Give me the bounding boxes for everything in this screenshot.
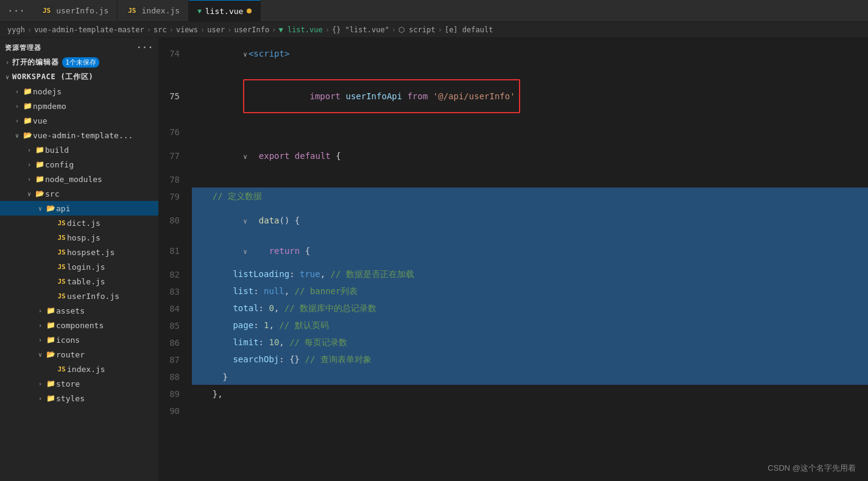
arrow-icon: ∨ xyxy=(2,74,12,80)
item-label: npmdemo xyxy=(33,102,66,111)
item-label: api xyxy=(56,204,70,213)
folder-icon: 📁 xyxy=(45,379,56,388)
arrow-icon: › xyxy=(12,103,22,110)
js-icon: JS xyxy=(126,6,138,15)
arrow-icon: › xyxy=(2,59,12,66)
main-area: 资源管理器 ··· › 打开的编辑器 1个未保存 ∨ WORKSPACE (工作… xyxy=(0,38,868,481)
sidebar-item-hosp-js[interactable]: JS hosp.js xyxy=(0,230,158,245)
sidebar-header: 资源管理器 ··· xyxy=(0,40,158,55)
sidebar-item-login-js[interactable]: JS login.js xyxy=(0,259,158,274)
sidebar-item-dict-js[interactable]: JS dict.js xyxy=(0,216,158,230)
sidebar-item-userinfo-js[interactable]: JS userInfo.js xyxy=(0,289,158,303)
sidebar-item-api[interactable]: ∨ 📂 api xyxy=(0,201,158,216)
sidebar-item-build[interactable]: › 📁 build xyxy=(0,142,158,157)
item-label: vue xyxy=(33,116,47,125)
folder-icon: 📂 xyxy=(34,189,45,198)
sidebar-item-table-js[interactable]: JS table.js xyxy=(0,274,158,289)
code-line-90: 90 xyxy=(158,402,868,419)
tab-label: userInfo.js xyxy=(56,6,108,15)
tab-list-vue[interactable]: ▼ list.vue xyxy=(189,0,261,22)
item-label: components xyxy=(56,321,104,330)
tab-userinfo-js[interactable]: JS userInfo.js xyxy=(32,0,118,22)
sidebar-item-nodejs[interactable]: › 📁 nodejs xyxy=(0,84,158,99)
sidebar-item-vue[interactable]: › 📁 vue xyxy=(0,113,158,128)
arrow-icon: › xyxy=(35,322,45,329)
arrow-icon: › xyxy=(12,118,22,124)
js-file-icon: JS xyxy=(56,248,67,256)
arrow-icon: › xyxy=(35,395,45,402)
tab-index-js[interactable]: JS index.js xyxy=(118,0,189,22)
code-line-79: 79 // 定义数据 xyxy=(158,188,868,205)
sidebar-item-styles[interactable]: › 📁 styles xyxy=(0,391,158,406)
item-label: vue-admin-template... xyxy=(33,131,133,140)
code-line-77: 77 ∨ export default { xyxy=(158,140,868,170)
code-line-89: 89 }, xyxy=(158,385,868,402)
sidebar-item-icons[interactable]: › 📁 icons xyxy=(0,332,158,347)
js-file-icon: JS xyxy=(56,365,67,373)
js-file-icon: JS xyxy=(56,219,67,227)
item-label: config xyxy=(45,160,74,169)
code-line-87: 87 searchObj: {} // 查询表单对象 xyxy=(158,351,868,368)
sidebar-item-npmdemo[interactable]: › 📁 npmdemo xyxy=(0,99,158,113)
folder-icon: 📁 xyxy=(34,146,45,154)
fold-arrow-icon: ∨ xyxy=(243,248,247,256)
js-file-icon: JS xyxy=(56,263,67,271)
item-label: store xyxy=(56,379,80,388)
workspace-section[interactable]: ∨ WORKSPACE (工作区) xyxy=(0,69,158,84)
arrow-icon: › xyxy=(35,337,45,343)
arrow-icon: › xyxy=(35,381,45,387)
code-editor[interactable]: 74 ∨<script> 75 import userInfoApi from … xyxy=(158,38,868,481)
item-label: login.js xyxy=(67,262,105,272)
code-line-78: 78 xyxy=(158,170,868,188)
arrow-icon: › xyxy=(12,88,22,95)
item-label: build xyxy=(45,146,69,155)
folder-icon: 📂 xyxy=(45,350,56,359)
code-line-82: 82 listLoading: true, // 数据是否正在加载 xyxy=(158,265,868,283)
sidebar-item-vue-admin-template[interactable]: ∨ 📂 vue-admin-template... xyxy=(0,128,158,142)
sidebar-item-store[interactable]: › 📁 store xyxy=(0,376,158,391)
watermark: CSDN @这个名字先用着 xyxy=(767,463,856,474)
sidebar-item-node-modules[interactable]: › 📁 node_modules xyxy=(0,172,158,186)
sidebar-more-icon[interactable]: ··· xyxy=(136,43,153,52)
code-line-83: 83 list: null, // banner列表 xyxy=(158,283,868,300)
code-line-84: 84 total: 0, // 数据库中的总记录数 xyxy=(158,300,868,317)
item-label: node_modules xyxy=(45,175,102,184)
folder-icon: 📁 xyxy=(22,102,33,110)
folder-icon: 📂 xyxy=(45,204,56,212)
more-button[interactable]: ··· xyxy=(0,5,32,16)
arrow-icon: ∨ xyxy=(12,132,22,139)
sidebar: 资源管理器 ··· › 打开的编辑器 1个未保存 ∨ WORKSPACE (工作… xyxy=(0,38,158,481)
item-label: userInfo.js xyxy=(67,292,119,301)
item-label: router xyxy=(56,350,85,359)
sidebar-item-assets[interactable]: › 📁 assets xyxy=(0,303,158,318)
folder-icon: 📁 xyxy=(45,394,56,402)
sidebar-item-router[interactable]: ∨ 📂 router xyxy=(0,347,158,362)
js-icon: JS xyxy=(41,6,52,15)
code-area: 74 ∨<script> 75 import userInfoApi from … xyxy=(158,38,868,431)
code-line-76: 76 xyxy=(158,123,868,140)
item-label: index.js xyxy=(67,365,105,374)
js-file-icon: JS xyxy=(56,234,67,242)
sidebar-item-src[interactable]: ∨ 📂 src xyxy=(0,186,158,201)
folder-icon: 📁 xyxy=(34,160,45,169)
sidebar-item-config[interactable]: › 📁 config xyxy=(0,157,158,172)
fold-arrow-icon: ∨ xyxy=(243,217,247,225)
sidebar-item-hospset-js[interactable]: JS hospset.js xyxy=(0,245,158,259)
item-label: assets xyxy=(56,306,85,315)
folder-icon: 📁 xyxy=(22,87,33,96)
sidebar-item-router-index[interactable]: JS index.js xyxy=(0,362,158,376)
folder-icon: 📂 xyxy=(22,131,33,139)
arrow-icon: › xyxy=(24,176,34,183)
code-line-80: 80 ∨ data() { xyxy=(158,205,868,235)
item-label: dict.js xyxy=(67,219,101,228)
sidebar-item-components[interactable]: › 📁 components xyxy=(0,318,158,332)
arrow-icon: ∨ xyxy=(35,351,45,358)
item-label: table.js xyxy=(67,277,105,286)
arrow-icon: › xyxy=(24,147,34,153)
item-label: icons xyxy=(56,335,80,345)
item-label: hosp.js xyxy=(67,233,101,242)
open-editors-section[interactable]: › 打开的编辑器 1个未保存 xyxy=(0,55,158,69)
arrow-icon: › xyxy=(35,307,45,314)
folder-icon: 📁 xyxy=(45,321,56,329)
js-file-icon: JS xyxy=(56,292,67,300)
